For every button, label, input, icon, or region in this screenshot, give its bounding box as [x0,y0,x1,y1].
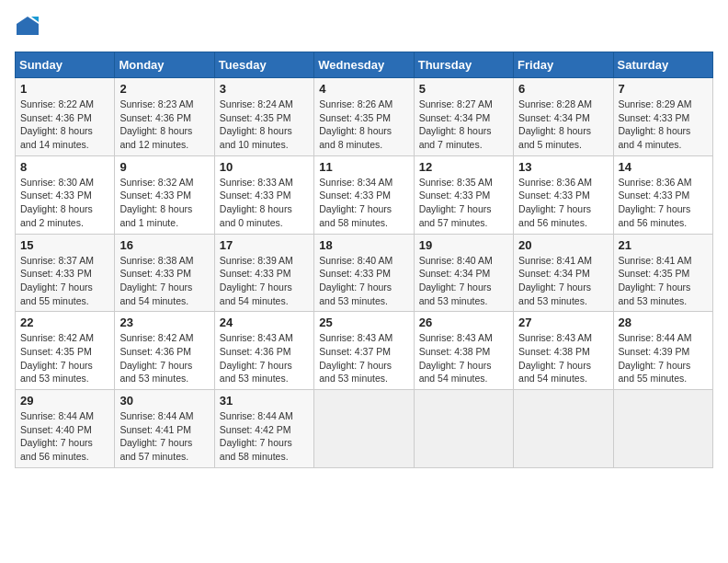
day-number: 27 [518,316,608,329]
day-info: Sunrise: 8:33 AMSunset: 4:33 PMDaylight:… [220,177,293,228]
day-info: Sunrise: 8:38 AMSunset: 4:33 PMDaylight:… [119,255,193,306]
page-header [15,15,713,40]
day-info: Sunrise: 8:23 AMSunset: 4:36 PMDaylight:… [119,98,193,150]
calendar-cell: 15 Sunrise: 8:37 AMSunset: 4:33 PMDaylig… [16,234,115,312]
day-info: Sunrise: 8:36 AMSunset: 4:33 PMDaylight:… [619,177,692,228]
day-number: 4 [319,82,408,96]
day-number: 26 [419,316,508,329]
calendar-cell: 21 Sunrise: 8:41 AMSunset: 4:35 PMDaylig… [613,234,712,312]
day-info: Sunrise: 8:22 AMSunset: 4:36 PMDaylight:… [20,98,94,150]
calendar-cell: 23 Sunrise: 8:42 AMSunset: 4:36 PMDaylig… [115,312,214,390]
calendar-cell: 4 Sunrise: 8:26 AMSunset: 4:35 PMDayligh… [314,78,414,156]
day-number: 18 [319,238,408,252]
logo [15,15,44,40]
calendar-cell: 9 Sunrise: 8:32 AMSunset: 4:33 PMDayligh… [115,155,214,234]
day-info: Sunrise: 8:29 AMSunset: 4:33 PMDaylight:… [619,98,692,150]
day-number: 24 [220,316,309,329]
day-number: 25 [319,316,408,329]
calendar-cell: 25 Sunrise: 8:43 AMSunset: 4:37 PMDaylig… [314,312,414,390]
calendar-cell [314,390,414,468]
day-number: 15 [20,238,109,252]
day-info: Sunrise: 8:44 AMSunset: 4:39 PMDaylight:… [619,332,692,384]
calendar-cell: 1 Sunrise: 8:22 AMSunset: 4:36 PMDayligh… [16,78,115,156]
calendar-table: SundayMondayTuesdayWednesdayThursdayFrid… [15,52,713,468]
calendar-cell: 2 Sunrise: 8:23 AMSunset: 4:36 PMDayligh… [115,78,214,156]
day-info: Sunrise: 8:32 AMSunset: 4:33 PMDaylight:… [119,177,193,228]
day-info: Sunrise: 8:44 AMSunset: 4:40 PMDaylight:… [20,410,94,462]
day-info: Sunrise: 8:40 AMSunset: 4:33 PMDaylight:… [319,255,392,306]
calendar-cell: 24 Sunrise: 8:43 AMSunset: 4:36 PMDaylig… [214,312,313,390]
calendar-cell: 14 Sunrise: 8:36 AMSunset: 4:33 PMDaylig… [613,155,712,234]
day-info: Sunrise: 8:28 AMSunset: 4:34 PMDaylight:… [518,98,592,150]
day-info: Sunrise: 8:39 AMSunset: 4:33 PMDaylight:… [220,255,293,306]
day-number: 22 [20,316,109,329]
day-number: 9 [119,160,209,174]
day-info: Sunrise: 8:43 AMSunset: 4:38 PMDaylight:… [419,332,493,384]
day-number: 21 [619,238,708,252]
day-info: Sunrise: 8:35 AMSunset: 4:33 PMDaylight:… [419,177,493,228]
calendar-cell: 6 Sunrise: 8:28 AMSunset: 4:34 PMDayligh… [514,78,613,156]
day-number: 11 [319,160,408,174]
day-info: Sunrise: 8:42 AMSunset: 4:35 PMDaylight:… [20,332,94,384]
day-info: Sunrise: 8:41 AMSunset: 4:34 PMDaylight:… [518,255,592,306]
calendar-cell: 16 Sunrise: 8:38 AMSunset: 4:33 PMDaylig… [115,234,214,312]
day-info: Sunrise: 8:40 AMSunset: 4:34 PMDaylight:… [419,255,493,306]
day-number: 20 [518,238,608,252]
day-number: 12 [419,160,508,174]
calendar-cell: 26 Sunrise: 8:43 AMSunset: 4:38 PMDaylig… [414,312,513,390]
logo-icon [15,15,40,40]
day-number: 5 [419,82,508,96]
day-info: Sunrise: 8:30 AMSunset: 4:33 PMDaylight:… [20,177,94,228]
calendar-cell: 20 Sunrise: 8:41 AMSunset: 4:34 PMDaylig… [514,234,613,312]
calendar-week-4: 22 Sunrise: 8:42 AMSunset: 4:35 PMDaylig… [16,312,713,390]
calendar-cell: 10 Sunrise: 8:33 AMSunset: 4:33 PMDaylig… [214,155,313,234]
day-info: Sunrise: 8:27 AMSunset: 4:34 PMDaylight:… [419,98,493,150]
day-number: 16 [119,238,209,252]
day-info: Sunrise: 8:44 AMSunset: 4:41 PMDaylight:… [119,410,193,462]
calendar-cell [613,390,712,468]
day-number: 23 [119,316,209,329]
day-info: Sunrise: 8:43 AMSunset: 4:36 PMDaylight:… [220,332,293,384]
calendar-cell: 5 Sunrise: 8:27 AMSunset: 4:34 PMDayligh… [414,78,513,156]
calendar-cell: 17 Sunrise: 8:39 AMSunset: 4:33 PMDaylig… [214,234,313,312]
day-number: 31 [220,394,309,408]
day-info: Sunrise: 8:37 AMSunset: 4:33 PMDaylight:… [20,255,94,306]
calendar-cell: 18 Sunrise: 8:40 AMSunset: 4:33 PMDaylig… [314,234,414,312]
col-header-tuesday: Tuesday [214,52,313,78]
calendar-cell: 30 Sunrise: 8:44 AMSunset: 4:41 PMDaylig… [115,390,214,468]
calendar-week-5: 29 Sunrise: 8:44 AMSunset: 4:40 PMDaylig… [16,390,713,468]
calendar-cell: 11 Sunrise: 8:34 AMSunset: 4:33 PMDaylig… [314,155,414,234]
col-header-friday: Friday [514,52,613,78]
calendar-week-3: 15 Sunrise: 8:37 AMSunset: 4:33 PMDaylig… [16,234,713,312]
calendar-cell: 31 Sunrise: 8:44 AMSunset: 4:42 PMDaylig… [214,390,313,468]
col-header-monday: Monday [115,52,214,78]
day-info: Sunrise: 8:24 AMSunset: 4:35 PMDaylight:… [220,98,293,150]
day-number: 19 [419,238,508,252]
day-number: 17 [220,238,309,252]
calendar-cell: 12 Sunrise: 8:35 AMSunset: 4:33 PMDaylig… [414,155,513,234]
calendar-cell [414,390,513,468]
calendar-week-1: 1 Sunrise: 8:22 AMSunset: 4:36 PMDayligh… [16,78,713,156]
calendar-cell: 8 Sunrise: 8:30 AMSunset: 4:33 PMDayligh… [16,155,115,234]
calendar-cell: 29 Sunrise: 8:44 AMSunset: 4:40 PMDaylig… [16,390,115,468]
calendar-cell: 27 Sunrise: 8:43 AMSunset: 4:38 PMDaylig… [514,312,613,390]
day-number: 7 [619,82,708,96]
day-number: 1 [20,82,109,96]
day-number: 14 [619,160,708,174]
col-header-sunday: Sunday [16,52,115,78]
calendar-cell: 3 Sunrise: 8:24 AMSunset: 4:35 PMDayligh… [214,78,313,156]
calendar-cell: 22 Sunrise: 8:42 AMSunset: 4:35 PMDaylig… [16,312,115,390]
day-info: Sunrise: 8:26 AMSunset: 4:35 PMDaylight:… [319,98,392,150]
day-number: 29 [20,394,109,408]
day-info: Sunrise: 8:44 AMSunset: 4:42 PMDaylight:… [220,410,293,462]
day-number: 28 [619,316,708,329]
day-number: 8 [20,160,109,174]
col-header-saturday: Saturday [613,52,712,78]
day-number: 6 [518,82,608,96]
day-number: 3 [220,82,309,96]
day-number: 30 [119,394,209,408]
calendar-cell: 7 Sunrise: 8:29 AMSunset: 4:33 PMDayligh… [613,78,712,156]
calendar-cell [514,390,613,468]
calendar-cell: 13 Sunrise: 8:36 AMSunset: 4:33 PMDaylig… [514,155,613,234]
day-number: 13 [518,160,608,174]
